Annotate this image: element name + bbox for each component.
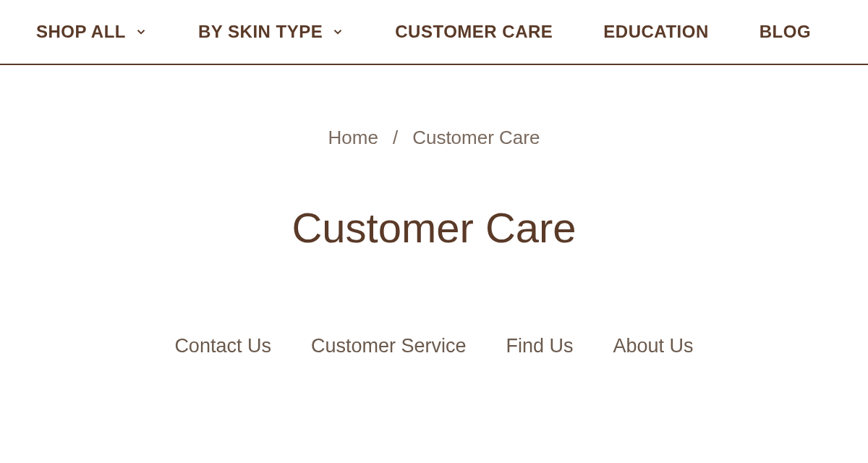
- breadcrumb-home[interactable]: Home: [328, 127, 378, 149]
- tab-contact-us[interactable]: Contact Us: [174, 335, 271, 357]
- breadcrumb-separator: /: [393, 127, 398, 149]
- breadcrumb: Home / Customer Care: [0, 127, 868, 149]
- nav-item-blog[interactable]: BLOG: [760, 22, 811, 42]
- chevron-down-icon: [331, 25, 344, 38]
- page-title: Customer Care: [0, 203, 868, 252]
- breadcrumb-current: Customer Care: [412, 127, 540, 149]
- tabs: Contact Us Customer Service Find Us Abou…: [0, 335, 868, 357]
- nav-item-customer-care[interactable]: CUSTOMER CARE: [395, 22, 553, 42]
- main-content: Home / Customer Care Customer Care Conta…: [0, 65, 868, 357]
- nav-label: BY SKIN TYPE: [198, 22, 323, 42]
- chevron-down-icon: [135, 25, 148, 38]
- main-nav: SHOP ALL BY SKIN TYPE CUSTOMER CARE EDUC…: [0, 0, 868, 65]
- nav-label: EDUCATION: [603, 22, 708, 42]
- nav-label: BLOG: [760, 22, 811, 42]
- nav-item-by-skin-type[interactable]: BY SKIN TYPE: [198, 22, 344, 42]
- nav-item-shop-all[interactable]: SHOP ALL: [36, 22, 148, 42]
- nav-label: SHOP ALL: [36, 22, 126, 42]
- nav-label: CUSTOMER CARE: [395, 22, 553, 42]
- tab-about-us[interactable]: About Us: [613, 335, 694, 357]
- tab-customer-service[interactable]: Customer Service: [311, 335, 467, 357]
- tab-find-us[interactable]: Find Us: [506, 335, 574, 357]
- nav-item-education[interactable]: EDUCATION: [603, 22, 708, 42]
